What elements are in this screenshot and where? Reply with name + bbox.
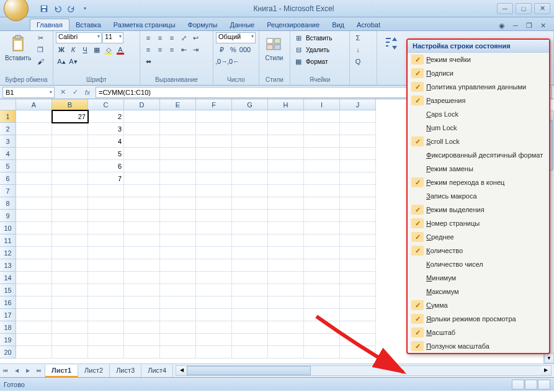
cell-J16[interactable]	[340, 296, 376, 309]
cell-C12[interactable]	[88, 247, 124, 259]
cell-C18[interactable]	[88, 321, 124, 334]
fill-icon[interactable]: ↓	[352, 44, 364, 55]
cell-B16[interactable]	[52, 296, 88, 309]
insert-cells-icon[interactable]: ⊞	[293, 32, 304, 43]
cell-A15[interactable]	[16, 284, 52, 296]
cell-I19[interactable]	[304, 334, 340, 346]
cell-F4[interactable]	[196, 148, 232, 160]
cell-F13[interactable]	[196, 259, 232, 272]
cell-H19[interactable]	[268, 334, 304, 346]
row-header-17[interactable]: 17	[0, 309, 16, 321]
cell-I14[interactable]	[304, 272, 340, 284]
insert-cells-label[interactable]: Вставить	[305, 33, 333, 43]
cell-D19[interactable]	[124, 334, 160, 346]
wrap-text-icon[interactable]: ↩	[190, 32, 201, 43]
cell-B3[interactable]	[52, 135, 88, 148]
cell-D6[interactable]	[124, 172, 160, 185]
cell-H15[interactable]	[268, 284, 304, 296]
cell-F7[interactable]	[196, 185, 232, 197]
cell-G14[interactable]	[232, 272, 268, 284]
cell-B18[interactable]	[52, 321, 88, 334]
statusbar-option-4[interactable]: Caps Lock	[408, 107, 549, 121]
statusbar-option-16[interactable]: Минимум	[408, 271, 549, 285]
cell-J11[interactable]	[340, 234, 376, 247]
row-header-3[interactable]: 3	[0, 135, 16, 148]
delete-cells-label[interactable]: Удалить	[305, 45, 331, 55]
tab-insert[interactable]: Вставка	[69, 19, 107, 30]
align-right-icon[interactable]: ≡	[166, 44, 177, 55]
row-header-9[interactable]: 9	[0, 210, 16, 222]
cell-A19[interactable]	[16, 334, 52, 346]
cell-E15[interactable]	[160, 284, 196, 296]
column-header-B[interactable]: B	[52, 99, 88, 110]
delete-cells-icon[interactable]: ⊟	[293, 44, 304, 55]
font-color-button[interactable]: A	[115, 44, 126, 55]
fill-color-button[interactable]: ◇	[103, 44, 114, 55]
cell-F12[interactable]	[196, 247, 232, 259]
cell-H6[interactable]	[268, 172, 304, 185]
cell-D7[interactable]	[124, 185, 160, 197]
cell-C13[interactable]	[88, 259, 124, 272]
cell-C5[interactable]: 6	[88, 160, 124, 172]
statusbar-option-8[interactable]: Режим замены	[408, 162, 549, 176]
cell-H10[interactable]	[268, 222, 304, 234]
cell-F9[interactable]	[196, 210, 232, 222]
page-layout-view-icon[interactable]	[525, 380, 537, 390]
cell-D4[interactable]	[124, 148, 160, 160]
undo-icon[interactable]	[52, 3, 63, 14]
tab-formulas[interactable]: Формулы	[182, 19, 224, 30]
next-sheet-icon[interactable]: ▶	[22, 365, 34, 377]
column-header-J[interactable]: J	[340, 99, 376, 110]
increase-indent-icon[interactable]: ⇥	[190, 44, 201, 55]
cell-J9[interactable]	[340, 210, 376, 222]
cell-C2[interactable]: 3	[88, 123, 124, 135]
cell-I8[interactable]	[304, 197, 340, 210]
insert-function-icon[interactable]: fx	[82, 87, 93, 98]
cell-C19[interactable]	[88, 334, 124, 346]
cell-E2[interactable]	[160, 123, 196, 135]
cell-D15[interactable]	[124, 284, 160, 296]
cell-I5[interactable]	[304, 160, 340, 172]
sheet-tab-1[interactable]: Лист1	[45, 365, 78, 377]
tab-home[interactable]: Главная	[30, 19, 69, 30]
cell-I6[interactable]	[304, 172, 340, 185]
cell-I4[interactable]	[304, 148, 340, 160]
statusbar-option-20[interactable]: ✓Масштаб	[408, 326, 549, 339]
statusbar-option-12[interactable]: ✓Номер страницы	[408, 216, 549, 230]
cell-G9[interactable]	[232, 210, 268, 222]
cell-E10[interactable]	[160, 222, 196, 234]
cell-G16[interactable]	[232, 296, 268, 309]
statusbar-option-15[interactable]: Количество чисел	[408, 257, 549, 271]
copy-icon[interactable]: ❐	[35, 44, 46, 55]
cell-C15[interactable]	[88, 284, 124, 296]
clear-icon[interactable]: Q	[352, 56, 364, 67]
cell-E20[interactable]	[160, 346, 196, 359]
cell-D9[interactable]	[124, 210, 160, 222]
cell-D11[interactable]	[124, 234, 160, 247]
cell-J1[interactable]	[340, 110, 376, 123]
cell-G5[interactable]	[232, 160, 268, 172]
cell-C11[interactable]	[88, 234, 124, 247]
cell-B15[interactable]	[52, 284, 88, 296]
statusbar-option-13[interactable]: ✓Среднее	[408, 230, 549, 244]
cell-I13[interactable]	[304, 259, 340, 272]
styles-button[interactable]: Стили	[262, 32, 287, 63]
cell-C7[interactable]	[88, 185, 124, 197]
statusbar-option-10[interactable]: Запись макроса	[408, 189, 549, 203]
column-header-D[interactable]: D	[124, 99, 160, 110]
cell-J15[interactable]	[340, 284, 376, 296]
column-header-I[interactable]: I	[304, 99, 340, 110]
cell-I9[interactable]	[304, 210, 340, 222]
cell-B20[interactable]	[52, 346, 88, 359]
cell-B1[interactable]: 27	[52, 110, 88, 123]
cell-A2[interactable]	[16, 123, 52, 135]
column-header-C[interactable]: C	[88, 99, 124, 110]
cell-J18[interactable]	[340, 321, 376, 334]
cell-D1[interactable]	[124, 110, 160, 123]
cell-H16[interactable]	[268, 296, 304, 309]
cell-C4[interactable]: 5	[88, 148, 124, 160]
cell-G3[interactable]	[232, 135, 268, 148]
statusbar-option-0[interactable]: ✓Режим ячейки	[408, 53, 549, 66]
cell-E13[interactable]	[160, 259, 196, 272]
cell-H20[interactable]	[268, 346, 304, 359]
